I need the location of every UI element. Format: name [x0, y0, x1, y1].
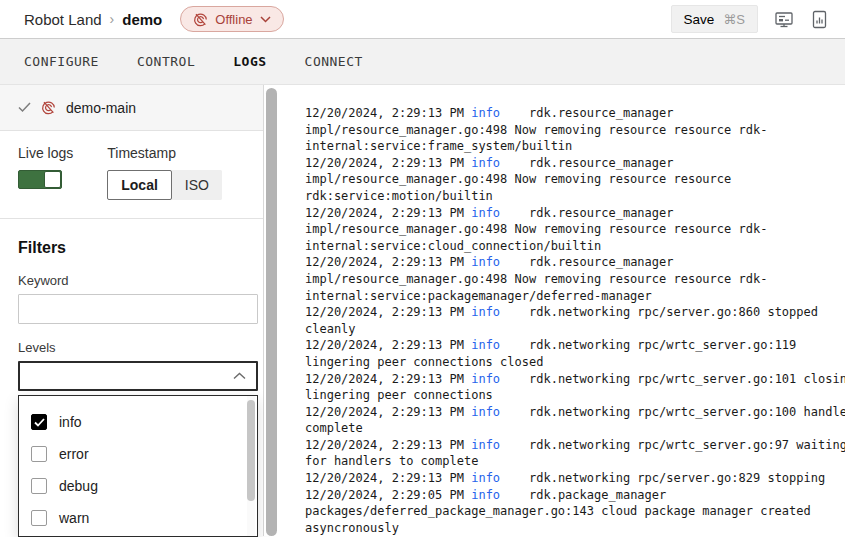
log-timestamp: 12/20/2024, 2:29:13 PM	[305, 206, 471, 220]
level-option[interactable]: info	[31, 406, 257, 438]
live-logs-toggle[interactable]	[18, 170, 62, 189]
log-timestamp: 12/20/2024, 2:29:13 PM	[305, 255, 471, 269]
filters-section: Filters Keyword Levels info	[0, 219, 263, 537]
breadcrumb-org[interactable]: Robot Land	[24, 11, 102, 28]
timestamp-label: Timestamp	[107, 145, 222, 161]
timestamp-iso-button[interactable]: ISO	[172, 170, 222, 200]
log-entry: 12/20/2024, 2:29:13 PMinfordk.networking…	[305, 404, 845, 437]
log-entry: 12/20/2024, 2:29:13 PMinfordk.resource_m…	[305, 205, 845, 255]
content-scrollbar-thumb[interactable]	[266, 88, 277, 536]
log-level: info	[471, 106, 500, 120]
log-level: info	[471, 156, 500, 170]
tab-configure[interactable]: CONFIGURE	[24, 50, 99, 73]
keyword-label: Keyword	[18, 273, 245, 288]
checkbox[interactable]	[31, 414, 47, 430]
status-label: Offline	[215, 12, 252, 27]
wifi-off-icon	[193, 12, 208, 27]
log-level: info	[471, 338, 500, 352]
toggle-knob	[44, 171, 61, 188]
log-timestamp: 12/20/2024, 2:29:13 PM	[305, 338, 471, 352]
log-level: info	[471, 206, 500, 220]
log-level: info	[471, 438, 500, 452]
tab-control[interactable]: CONTROL	[137, 50, 195, 73]
level-option[interactable]: debug	[31, 470, 257, 502]
main-area: demo-main Live logs Timestamp Local ISO …	[0, 85, 845, 536]
tab-logs[interactable]: LOGS	[233, 50, 266, 73]
log-level: info	[471, 488, 500, 502]
chevron-down-icon	[260, 16, 271, 23]
levels-scrollbar[interactable]	[247, 396, 255, 536]
timestamp-segmented: Local ISO	[107, 170, 222, 200]
log-entry: 12/20/2024, 2:29:13 PMinfordk.networking…	[305, 371, 845, 404]
filters-title: Filters	[18, 239, 245, 257]
log-message: rdk.networking rpc/server.go:829 stoppin…	[500, 471, 825, 485]
log-entry: 12/20/2024, 2:29:13 PMinfordk.networking…	[305, 470, 845, 487]
log-controls: Live logs Timestamp Local ISO	[0, 131, 263, 219]
keyword-input[interactable]	[18, 294, 258, 324]
log-entry: 12/20/2024, 2:29:13 PMinfordk.networking…	[305, 304, 845, 337]
log-timestamp: 12/20/2024, 2:29:13 PM	[305, 372, 471, 386]
part-name: demo-main	[66, 100, 136, 116]
tab-connect[interactable]: CONNECT	[305, 50, 363, 73]
log-timestamp: 12/20/2024, 2:29:05 PM	[305, 488, 471, 502]
checkbox[interactable]	[31, 446, 47, 462]
timestamp-control: Timestamp Local ISO	[107, 145, 222, 200]
level-label: warn	[59, 510, 89, 526]
log-level: info	[471, 471, 500, 485]
levels-list: info error debug warn	[19, 396, 257, 534]
breadcrumb-separator: ›	[110, 11, 115, 27]
app-header: Robot Land › demo Offline Save ⌘S	[0, 0, 845, 38]
log-entry: 12/20/2024, 2:29:13 PMinfordk.networking…	[305, 437, 845, 470]
log-timestamp: 12/20/2024, 2:29:13 PM	[305, 156, 471, 170]
levels-dropdown-panel: info error debug warn	[18, 395, 258, 537]
log-level: info	[471, 255, 500, 269]
check-icon	[18, 102, 31, 113]
tab-bar: CONFIGURECONTROLLOGSCONNECT	[0, 38, 845, 85]
log-timestamp: 12/20/2024, 2:29:13 PM	[305, 405, 471, 419]
breadcrumb: Robot Land › demo	[24, 11, 162, 28]
log-pane: 12/20/2024, 2:29:13 PMinfordk.resource_m…	[282, 85, 845, 536]
save-shortcut: ⌘S	[723, 12, 745, 27]
level-option[interactable]: warn	[31, 502, 257, 534]
log-timestamp: 12/20/2024, 2:29:13 PM	[305, 106, 471, 120]
monitor-icon[interactable]	[772, 8, 796, 31]
level-label: debug	[59, 478, 98, 494]
header-actions: Save ⌘S	[671, 5, 829, 33]
levels-label: Levels	[18, 340, 245, 355]
save-label: Save	[684, 12, 715, 27]
log-entry: 12/20/2024, 2:29:05 PMinfordk.package_ma…	[305, 487, 845, 536]
levels-select[interactable]	[18, 361, 258, 391]
log-timestamp: 12/20/2024, 2:29:13 PM	[305, 471, 471, 485]
wifi-off-icon	[41, 100, 56, 115]
log-entry: 12/20/2024, 2:29:13 PMinfordk.resource_m…	[305, 155, 845, 205]
chevron-up-icon	[233, 372, 246, 380]
log-level: info	[471, 372, 500, 386]
live-logs-control: Live logs	[18, 145, 73, 200]
breadcrumb-machine: demo	[122, 11, 162, 28]
content-scrollbar[interactable]	[264, 85, 282, 536]
checkbox[interactable]	[31, 478, 47, 494]
log-level: info	[471, 405, 500, 419]
log-timestamp: 12/20/2024, 2:29:13 PM	[305, 438, 471, 452]
log-timestamp: 12/20/2024, 2:29:13 PM	[305, 305, 471, 319]
level-label: error	[59, 446, 89, 462]
log-lines: 12/20/2024, 2:29:13 PMinfordk.resource_m…	[305, 105, 845, 536]
timestamp-local-button[interactable]: Local	[107, 170, 172, 200]
logs-sidebar: demo-main Live logs Timestamp Local ISO …	[0, 85, 264, 536]
live-logs-label: Live logs	[18, 145, 73, 161]
level-label: info	[59, 414, 82, 430]
checkbox[interactable]	[31, 510, 47, 526]
log-entry: 12/20/2024, 2:29:13 PMinfordk.networking…	[305, 337, 845, 370]
levels-scrollbar-thumb[interactable]	[247, 400, 255, 501]
level-option[interactable]: error	[31, 438, 257, 470]
log-level: info	[471, 305, 500, 319]
log-entry: 12/20/2024, 2:29:13 PMinfordk.resource_m…	[305, 254, 845, 304]
machine-part-row[interactable]: demo-main	[0, 85, 263, 131]
machine-status-badge[interactable]: Offline	[180, 6, 283, 32]
log-entry: 12/20/2024, 2:29:13 PMinfordk.resource_m…	[305, 105, 845, 155]
save-button[interactable]: Save ⌘S	[671, 5, 758, 33]
file-chart-icon[interactable]	[810, 8, 829, 31]
